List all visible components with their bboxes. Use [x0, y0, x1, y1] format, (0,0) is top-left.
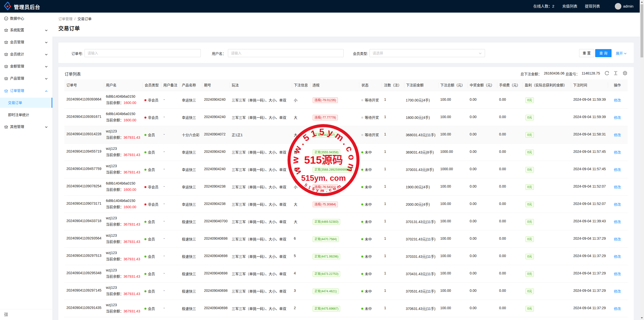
svg-text:515源码: 515源码	[304, 154, 343, 166]
svg-text:515ym. com: 515ym. com	[301, 174, 346, 183]
